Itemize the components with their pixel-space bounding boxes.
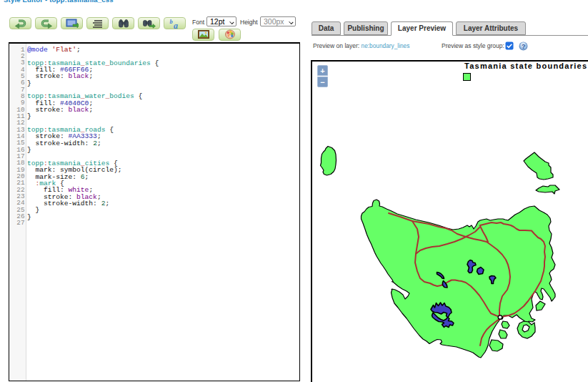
svg-text:?: ? xyxy=(522,42,526,49)
svg-text:b: b xyxy=(169,18,172,25)
svg-text:a: a xyxy=(174,20,178,29)
